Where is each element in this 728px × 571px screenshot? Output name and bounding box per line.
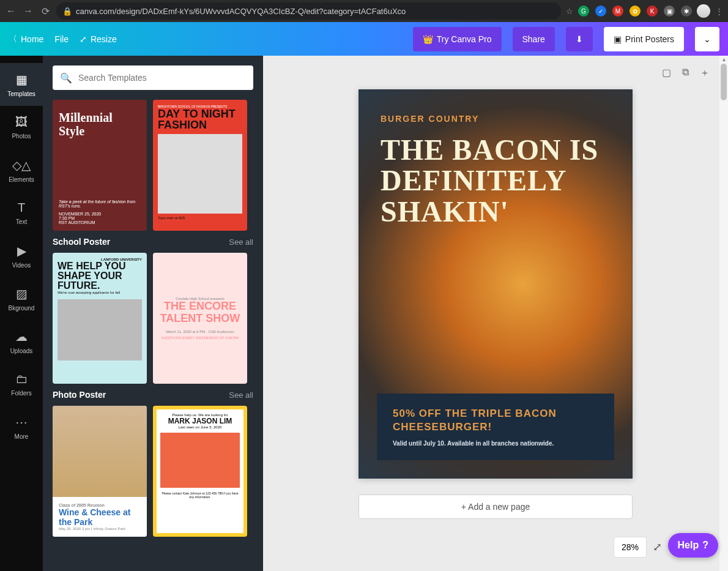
rail-label: More [15,433,29,440]
extension-icons: G ✓ M ✿ K ▣ ✱ [578,6,692,17]
rail-background[interactable]: ▨ Bkground [0,277,43,320]
see-all-link[interactable]: See all [229,237,253,247]
poster-valid[interactable]: Valid until July 10. Available in all br… [393,440,598,447]
rail-folders[interactable]: 🗀 Folders [0,363,43,406]
browser-chrome: ← → ⟳ 🔒 canva.com/design/DADxEmf-kYs/6UW… [0,0,728,22]
template-title: DAY TO NIGHT FASHION [158,108,242,130]
rail-label: Elements [9,176,34,183]
template-card[interactable]: Please help us. We are looking for MARK … [153,406,247,537]
template-card[interactable]: Millennial Style Take a peek at the futu… [53,100,147,231]
rail-label: Templates [7,91,35,97]
template-venue: RST AUDITORIUM [59,220,141,225]
extension-icon[interactable]: ✓ [595,6,606,17]
url-bar[interactable]: 🔒 canva.com/design/DADxEmf-kYs/6UWvvvdAC… [56,2,561,20]
bookmark-star-icon[interactable]: ☆ [566,7,573,16]
rail-label: Photos [12,133,31,140]
template-title: Millennial Style [59,111,141,138]
duplicate-icon[interactable]: ⧉ [682,67,689,80]
share-button[interactable]: Share [513,27,555,51]
rail-templates[interactable]: ▦ Templates [0,63,43,106]
help-icon: ? [702,540,708,551]
rail-elements[interactable]: ◇△ Elements [0,149,43,192]
see-all-link[interactable]: See all [229,390,253,400]
template-sub: Last seen on June 5, 2020 [179,425,222,429]
rail-videos[interactable]: ▶ Videos [0,234,43,277]
extension-icon[interactable]: G [578,6,589,17]
rail-uploads[interactable]: ☁ Uploads [0,320,43,363]
resize-button[interactable]: ⤢ Resize [80,34,117,44]
section-title: School Poster [53,237,110,247]
profile-avatar[interactable] [697,4,710,18]
try-pro-button[interactable]: 👑 Try Canva Pro [413,27,502,51]
extension-icon[interactable]: ✱ [681,6,692,17]
download-icon: ⬇ [576,34,583,44]
zoom-value: 28% [622,542,639,552]
extension-icon[interactable]: K [647,6,658,17]
elements-icon: ◇△ [12,158,31,173]
poster-footer[interactable]: 50% OFF THE TRIPLE BACON CHEESEBURGER! V… [377,394,614,460]
file-menu[interactable]: File [54,34,69,44]
nav-back-icon[interactable]: ← [5,6,17,17]
rail-more[interactable]: ⋯ More [0,406,43,449]
template-title: WE HELP YOU SHAPE YOUR FUTURE. [58,261,142,291]
search-icon: 🔍 [60,72,72,84]
template-time: 7:30 PM [59,216,141,220]
print-icon: ▣ [614,34,622,44]
home-label: Home [21,34,43,44]
add-page-button[interactable]: + Add a new page [358,494,633,519]
extension-icon[interactable]: ✿ [630,6,641,17]
template-image [158,134,242,214]
template-image [53,406,147,497]
template-card[interactable]: Class of 2005 Reunion Wine & Cheese at t… [53,406,147,537]
sidebar-rail: ▦ Templates 🖼 Photos ◇△ Elements T Text … [0,56,43,571]
help-button[interactable]: Help ? [668,533,718,558]
chevron-down-icon: ⌄ [704,34,711,44]
print-button[interactable]: ▣ Print Posters [604,27,684,51]
template-date: NOVEMBER 25, 2020 [59,212,141,216]
template-card[interactable]: LANFORD UNIVERSITY WE HELP YOU SHAPE YOU… [53,253,147,384]
poster-headline[interactable]: THE BACON IS DEFINITELY SHAKIN' [381,135,611,227]
print-dropdown[interactable]: ⌄ [695,27,719,51]
template-contact: Please contact Kate Johnson at 123 456 7… [160,491,240,499]
zoom-select[interactable]: 28% [614,537,647,558]
text-icon: T [18,201,25,215]
rail-text[interactable]: T Text [0,192,43,234]
poster-canvas[interactable]: BURGER COUNTRY THE BACON IS DEFINITELY S… [358,89,633,479]
rail-label: Text [16,218,27,225]
extension-icon[interactable]: M [612,6,623,17]
rail-label: Videos [12,262,31,269]
crown-icon: 👑 [423,34,433,44]
scrollbar-thumb[interactable] [721,64,727,100]
videos-icon: ▶ [17,244,26,258]
rail-photos[interactable]: 🖼 Photos [0,106,43,149]
template-sub: We're now accepting applicants for fall [58,291,142,294]
home-button[interactable]: 〈 Home [9,34,43,45]
template-card[interactable]: Cordale High School presents THE ENCORE … [153,253,247,384]
reload-icon[interactable]: ⟳ [39,6,51,17]
uploads-icon: ☁ [15,329,28,344]
browser-menu-icon[interactable]: ⋮ [715,7,723,16]
poster-promo[interactable]: 50% OFF THE TRIPLE BACON CHEESEBURGER! [393,407,598,434]
poster-brand[interactable]: BURGER COUNTRY [381,114,611,124]
template-image [58,299,142,360]
resize-icon: ⤢ [80,34,87,44]
template-title: Wine & Cheese at the Park [59,507,141,527]
search-input-wrap[interactable]: 🔍 [53,65,253,90]
template-card[interactable]: BRIGHTOWN SCHOOL OF FASHION PRESENTS DAY… [153,100,247,231]
nav-forward-icon[interactable]: → [22,6,34,17]
template-sub: May 25, 2020 3 pm | Infinity Greens Park [59,527,141,531]
chevron-left-icon: 〈 [9,34,17,45]
search-input[interactable] [78,73,246,83]
notes-icon[interactable]: ▢ [662,67,671,80]
more-icon: ⋯ [15,415,28,430]
add-icon[interactable]: ＋ [700,67,710,80]
fullscreen-icon[interactable]: ⤢ [653,540,662,554]
background-icon: ▨ [16,286,28,301]
download-button[interactable]: ⬇ [566,27,593,51]
vertical-scrollbar[interactable]: ▴ [719,56,728,571]
templates-icon: ▦ [16,72,28,87]
file-label: File [54,34,69,44]
extension-icon[interactable]: ▣ [664,6,675,17]
templates-panel: 🔍 Millennial Style Take a peek at the fu… [43,56,263,571]
template-pretitle: Class of 2005 Reunion [59,503,141,507]
